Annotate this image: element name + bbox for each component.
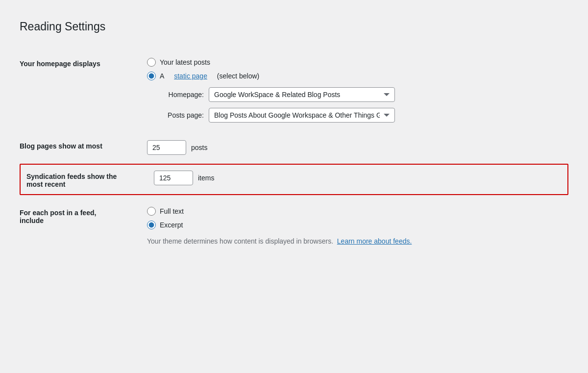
excerpt-label: Excerpt xyxy=(160,221,183,229)
blog-pages-label: Blog pages show at most xyxy=(20,140,147,150)
learn-more-link[interactable]: Learn more about feeds. xyxy=(337,237,412,245)
static-page-option[interactable]: A static page (select below) xyxy=(147,72,568,80)
latest-posts-label: Your latest posts xyxy=(160,58,210,66)
homepage-displays-label: Your homepage displays xyxy=(20,58,147,68)
syndication-feeds-control: items xyxy=(154,171,562,185)
posts-page-select[interactable]: Blog Posts About Google Workspace & Othe… xyxy=(209,108,395,123)
theme-note: Your theme determines how content is dis… xyxy=(147,237,568,245)
syndication-feeds-row: Syndication feeds show the most recent i… xyxy=(20,164,568,195)
static-page-suffix: (select below) xyxy=(217,72,259,80)
static-page-prefix: A xyxy=(160,72,164,80)
latest-posts-radio[interactable] xyxy=(147,58,156,67)
sub-controls: Homepage: Google WorkSpace & Related Blo… xyxy=(160,87,568,123)
blog-pages-input[interactable] xyxy=(147,140,186,155)
syndication-feeds-suffix: items xyxy=(198,174,214,182)
feed-content-row: For each post in a feed, include Full te… xyxy=(20,195,568,254)
excerpt-radio[interactable] xyxy=(147,221,156,229)
syndication-feeds-input[interactable] xyxy=(154,171,193,185)
feed-content-control: Full text Excerpt Your theme determines … xyxy=(147,207,568,245)
excerpt-option[interactable]: Excerpt xyxy=(147,221,568,229)
page-title: Reading Settings xyxy=(20,20,568,34)
blog-pages-suffix: posts xyxy=(191,144,207,151)
static-page-radio[interactable] xyxy=(147,72,156,80)
syndication-feeds-label: Syndication feeds show the most recent xyxy=(26,171,154,188)
homepage-displays-control: Your latest posts A static page (select … xyxy=(147,58,568,123)
full-text-radio[interactable] xyxy=(147,207,156,216)
blog-pages-control: posts xyxy=(147,140,568,155)
static-page-link[interactable]: static page xyxy=(174,72,207,80)
latest-posts-option[interactable]: Your latest posts xyxy=(147,58,568,67)
homepage-select[interactable]: Google WorkSpace & Related Blog Posts xyxy=(209,87,395,102)
full-text-option[interactable]: Full text xyxy=(147,207,568,216)
homepage-field-label: Homepage: xyxy=(160,91,204,99)
full-text-label: Full text xyxy=(160,207,184,215)
blog-pages-field-row: posts xyxy=(147,140,568,155)
posts-page-field-row: Posts page: Blog Posts About Google Work… xyxy=(160,108,568,123)
homepage-displays-row: Your homepage displays Your latest posts… xyxy=(20,49,568,131)
posts-page-field-label: Posts page: xyxy=(160,111,204,119)
homepage-field-row: Homepage: Google WorkSpace & Related Blo… xyxy=(160,87,568,102)
syndication-feeds-field-row: items xyxy=(154,171,562,185)
blog-pages-row: Blog pages show at most posts xyxy=(20,131,568,164)
feed-content-label: For each post in a feed, include xyxy=(20,207,147,224)
